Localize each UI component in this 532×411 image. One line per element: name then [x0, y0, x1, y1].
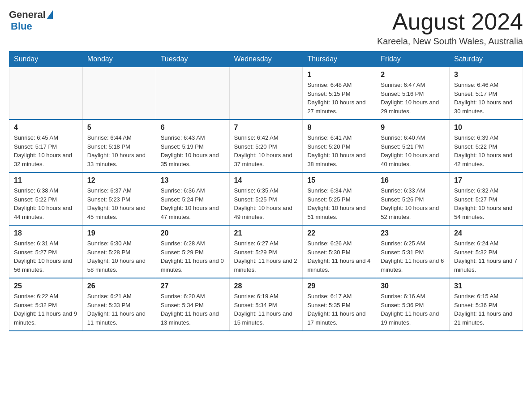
day-info: Sunrise: 6:38 AMSunset: 5:22 PMDaylight:… — [14, 186, 78, 221]
calendar-body: 1Sunrise: 6:48 AMSunset: 5:15 PMDaylight… — [9, 67, 523, 331]
day-number: 13 — [161, 176, 225, 184]
calendar-week-row: 11Sunrise: 6:38 AMSunset: 5:22 PMDayligh… — [9, 172, 523, 225]
day-number: 30 — [381, 282, 445, 290]
calendar-cell: 21Sunrise: 6:27 AMSunset: 5:29 PMDayligh… — [229, 225, 303, 278]
day-number: 20 — [161, 229, 225, 237]
calendar-cell: 24Sunrise: 6:24 AMSunset: 5:32 PMDayligh… — [450, 225, 523, 278]
logo-general-text: General — [9, 9, 46, 21]
day-info: Sunrise: 6:39 AMSunset: 5:22 PMDaylight:… — [454, 133, 518, 168]
day-number: 17 — [454, 176, 518, 184]
day-info: Sunrise: 6:22 AMSunset: 5:32 PMDaylight:… — [14, 292, 78, 327]
day-info: Sunrise: 6:47 AMSunset: 5:16 PMDaylight:… — [381, 81, 445, 116]
day-info: Sunrise: 6:19 AMSunset: 5:34 PMDaylight:… — [234, 292, 298, 327]
day-number: 1 — [307, 71, 371, 79]
calendar-cell — [9, 67, 83, 120]
calendar-cell: 3Sunrise: 6:46 AMSunset: 5:17 PMDaylight… — [450, 67, 523, 120]
day-number: 21 — [234, 229, 298, 237]
calendar-cell: 17Sunrise: 6:32 AMSunset: 5:27 PMDayligh… — [450, 172, 523, 225]
calendar-cell: 18Sunrise: 6:31 AMSunset: 5:27 PMDayligh… — [9, 225, 83, 278]
day-number: 3 — [454, 71, 518, 79]
day-number: 26 — [87, 282, 151, 290]
calendar-cell: 29Sunrise: 6:17 AMSunset: 5:35 PMDayligh… — [303, 278, 376, 331]
day-number: 27 — [161, 282, 225, 290]
day-number: 14 — [234, 176, 298, 184]
calendar-cell: 28Sunrise: 6:19 AMSunset: 5:34 PMDayligh… — [229, 278, 303, 331]
day-info: Sunrise: 6:26 AMSunset: 5:30 PMDaylight:… — [307, 239, 371, 274]
day-info: Sunrise: 6:17 AMSunset: 5:35 PMDaylight:… — [307, 292, 371, 327]
day-number: 5 — [87, 124, 151, 132]
day-number: 15 — [307, 176, 371, 184]
weekday-header-monday: Monday — [82, 51, 156, 67]
weekday-header-wednesday: Wednesday — [229, 51, 303, 67]
calendar-table: SundayMondayTuesdayWednesdayThursdayFrid… — [9, 51, 523, 331]
calendar-cell: 31Sunrise: 6:15 AMSunset: 5:36 PMDayligh… — [450, 278, 523, 331]
day-info: Sunrise: 6:32 AMSunset: 5:27 PMDaylight:… — [454, 186, 518, 221]
day-info: Sunrise: 6:40 AMSunset: 5:21 PMDaylight:… — [381, 133, 445, 168]
calendar-cell: 4Sunrise: 6:45 AMSunset: 5:17 PMDaylight… — [9, 120, 83, 172]
logo-triangle-icon — [47, 10, 53, 19]
day-number: 19 — [87, 229, 151, 237]
calendar-cell: 8Sunrise: 6:41 AMSunset: 5:20 PMDaylight… — [303, 120, 376, 172]
day-number: 29 — [307, 282, 371, 290]
day-number: 8 — [307, 124, 371, 132]
day-info: Sunrise: 6:33 AMSunset: 5:26 PMDaylight:… — [381, 186, 445, 221]
day-info: Sunrise: 6:41 AMSunset: 5:20 PMDaylight:… — [307, 133, 371, 168]
month-title: August 2024 — [377, 9, 523, 34]
day-info: Sunrise: 6:48 AMSunset: 5:15 PMDaylight:… — [307, 81, 371, 116]
calendar-cell: 1Sunrise: 6:48 AMSunset: 5:15 PMDaylight… — [303, 67, 376, 120]
calendar-cell: 30Sunrise: 6:16 AMSunset: 5:36 PMDayligh… — [376, 278, 450, 331]
title-block: August 2024 Kareela, New South Wales, Au… — [377, 9, 523, 47]
calendar-cell: 5Sunrise: 6:44 AMSunset: 5:18 PMDaylight… — [82, 120, 156, 172]
day-number: 31 — [454, 282, 518, 290]
calendar-cell: 23Sunrise: 6:25 AMSunset: 5:31 PMDayligh… — [376, 225, 450, 278]
calendar-cell: 25Sunrise: 6:22 AMSunset: 5:32 PMDayligh… — [9, 278, 83, 331]
day-number: 10 — [454, 124, 518, 132]
day-info: Sunrise: 6:35 AMSunset: 5:25 PMDaylight:… — [234, 186, 298, 221]
weekday-header-thursday: Thursday — [303, 51, 376, 67]
weekday-header-row: SundayMondayTuesdayWednesdayThursdayFrid… — [9, 51, 523, 67]
calendar-cell: 16Sunrise: 6:33 AMSunset: 5:26 PMDayligh… — [376, 172, 450, 225]
calendar-week-row: 25Sunrise: 6:22 AMSunset: 5:32 PMDayligh… — [9, 278, 523, 331]
day-info: Sunrise: 6:15 AMSunset: 5:36 PMDaylight:… — [454, 292, 518, 327]
day-info: Sunrise: 6:31 AMSunset: 5:27 PMDaylight:… — [14, 239, 78, 274]
day-number: 7 — [234, 124, 298, 132]
day-info: Sunrise: 6:25 AMSunset: 5:31 PMDaylight:… — [381, 239, 445, 274]
calendar-cell: 7Sunrise: 6:42 AMSunset: 5:20 PMDaylight… — [229, 120, 303, 172]
calendar-cell: 15Sunrise: 6:34 AMSunset: 5:25 PMDayligh… — [303, 172, 376, 225]
day-info: Sunrise: 6:24 AMSunset: 5:32 PMDaylight:… — [454, 239, 518, 274]
day-number: 12 — [87, 176, 151, 184]
day-number: 11 — [14, 176, 78, 184]
calendar-cell: 6Sunrise: 6:43 AMSunset: 5:19 PMDaylight… — [156, 120, 229, 172]
logo: General Blue — [9, 9, 53, 32]
weekday-header-tuesday: Tuesday — [156, 51, 229, 67]
day-info: Sunrise: 6:36 AMSunset: 5:24 PMDaylight:… — [161, 186, 225, 221]
calendar-cell: 12Sunrise: 6:37 AMSunset: 5:23 PMDayligh… — [82, 172, 156, 225]
weekday-header-sunday: Sunday — [9, 51, 83, 67]
calendar-cell: 26Sunrise: 6:21 AMSunset: 5:33 PMDayligh… — [82, 278, 156, 331]
day-number: 18 — [14, 229, 78, 237]
calendar-cell: 11Sunrise: 6:38 AMSunset: 5:22 PMDayligh… — [9, 172, 83, 225]
day-number: 2 — [381, 71, 445, 79]
day-info: Sunrise: 6:42 AMSunset: 5:20 PMDaylight:… — [234, 133, 298, 168]
calendar-cell: 10Sunrise: 6:39 AMSunset: 5:22 PMDayligh… — [450, 120, 523, 172]
weekday-header-saturday: Saturday — [450, 51, 523, 67]
day-info: Sunrise: 6:45 AMSunset: 5:17 PMDaylight:… — [14, 133, 78, 168]
day-number: 23 — [381, 229, 445, 237]
day-number: 4 — [14, 124, 78, 132]
calendar-cell: 19Sunrise: 6:30 AMSunset: 5:28 PMDayligh… — [82, 225, 156, 278]
day-info: Sunrise: 6:27 AMSunset: 5:29 PMDaylight:… — [234, 239, 298, 274]
logo-blue-text: Blue — [11, 21, 32, 32]
calendar-cell: 9Sunrise: 6:40 AMSunset: 5:21 PMDaylight… — [376, 120, 450, 172]
day-info: Sunrise: 6:30 AMSunset: 5:28 PMDaylight:… — [87, 239, 151, 274]
day-number: 24 — [454, 229, 518, 237]
day-info: Sunrise: 6:34 AMSunset: 5:25 PMDaylight:… — [307, 186, 371, 221]
weekday-header-friday: Friday — [376, 51, 450, 67]
day-info: Sunrise: 6:46 AMSunset: 5:17 PMDaylight:… — [454, 81, 518, 116]
page-header: General Blue August 2024 Kareela, New So… — [9, 9, 523, 47]
day-number: 25 — [14, 282, 78, 290]
location-subtitle: Kareela, New South Wales, Australia — [377, 36, 523, 47]
calendar-cell: 2Sunrise: 6:47 AMSunset: 5:16 PMDaylight… — [376, 67, 450, 120]
calendar-week-row: 18Sunrise: 6:31 AMSunset: 5:27 PMDayligh… — [9, 225, 523, 278]
calendar-week-row: 4Sunrise: 6:45 AMSunset: 5:17 PMDaylight… — [9, 120, 523, 172]
day-info: Sunrise: 6:43 AMSunset: 5:19 PMDaylight:… — [161, 133, 225, 168]
